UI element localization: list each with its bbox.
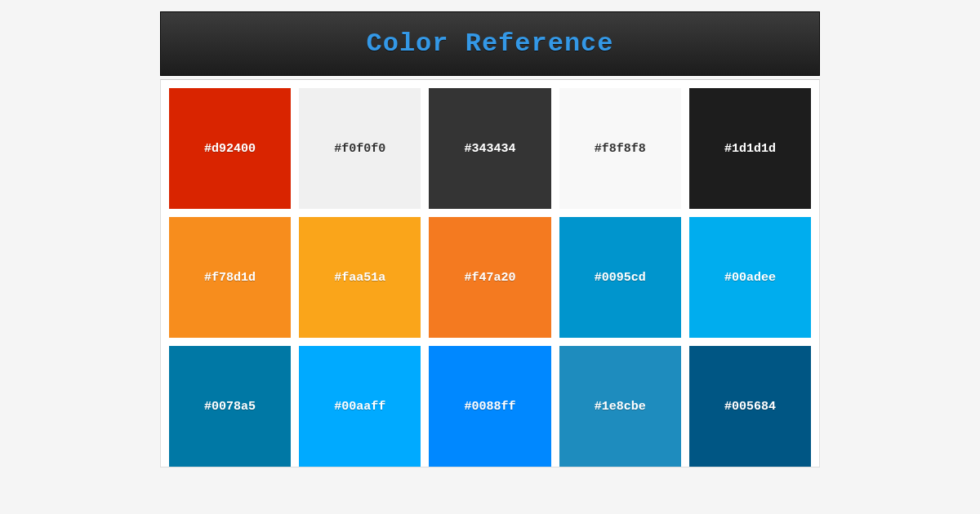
color-swatch: #f0f0f0 — [299, 88, 421, 209]
color-swatch: #1d1d1d — [689, 88, 811, 209]
swatch-hex-label: #005684 — [724, 400, 776, 414]
color-swatch: #0088ff — [429, 346, 550, 467]
swatch-grid: #d92400#f0f0f0#343434#f8f8f8#1d1d1d#f78d… — [169, 88, 811, 467]
color-swatch: #343434 — [429, 88, 550, 209]
swatch-hex-label: #f8f8f8 — [595, 142, 646, 156]
swatch-hex-label: #0088ff — [464, 400, 515, 414]
color-swatch: #f8f8f8 — [559, 88, 681, 209]
swatch-hex-label: #0078a5 — [204, 400, 256, 414]
swatch-hex-label: #f78d1d — [204, 271, 256, 285]
swatch-panel: #d92400#f0f0f0#343434#f8f8f8#1d1d1d#f78d… — [160, 79, 820, 467]
page-title: Color Reference — [161, 29, 819, 59]
color-swatch: #d92400 — [169, 88, 291, 209]
swatch-hex-label: #00adee — [724, 271, 776, 285]
swatch-hex-label: #0095cd — [595, 271, 646, 285]
color-swatch: #1e8cbe — [559, 346, 681, 467]
swatch-hex-label: #00aaff — [334, 400, 385, 414]
color-swatch: #f78d1d — [169, 217, 291, 338]
color-swatch: #f47a20 — [429, 217, 550, 338]
color-swatch: #00adee — [689, 217, 811, 338]
header-bar: Color Reference — [160, 11, 820, 76]
swatch-hex-label: #343434 — [464, 142, 515, 156]
swatch-hex-label: #faa51a — [334, 271, 385, 285]
swatch-hex-label: #f47a20 — [464, 271, 515, 285]
color-swatch: #0095cd — [559, 217, 681, 338]
swatch-hex-label: #1d1d1d — [724, 142, 776, 156]
color-swatch: #0078a5 — [169, 346, 291, 467]
color-swatch: #005684 — [689, 346, 811, 467]
swatch-hex-label: #d92400 — [204, 142, 256, 156]
color-swatch: #faa51a — [299, 217, 421, 338]
swatch-hex-label: #1e8cbe — [595, 400, 646, 414]
color-swatch: #00aaff — [299, 346, 421, 467]
swatch-hex-label: #f0f0f0 — [334, 142, 385, 156]
color-reference-card: Color Reference #d92400#f0f0f0#343434#f8… — [160, 11, 820, 514]
